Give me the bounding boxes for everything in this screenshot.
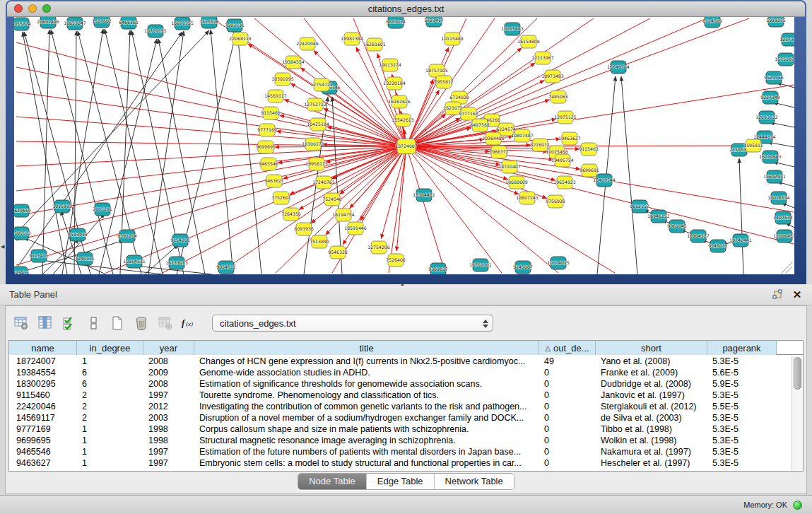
table-row[interactable]: 946554611997Estimation of the future num… <box>9 446 792 457</box>
graph-edge <box>290 83 406 146</box>
node-label: 6224574 <box>496 127 516 132</box>
graph-edge <box>42 30 49 274</box>
cell-year: 2003 <box>143 412 194 424</box>
table-header-row: namein_degreeyeartitle△out_de...shortpag… <box>9 341 803 355</box>
node-label: 10115488 <box>441 36 464 41</box>
node-label: 7752601 <box>271 195 291 200</box>
table-source-dropdown[interactable]: citations_edges.txt <box>212 315 493 332</box>
column-header-in_degree[interactable]: in_degree <box>77 341 143 355</box>
node-label: 14569117 <box>264 93 287 98</box>
resize-grip-icon[interactable] <box>782 262 792 273</box>
column-header-short[interactable]: short <box>596 341 707 355</box>
graph-edge <box>211 30 233 274</box>
float-panel-icon[interactable] <box>771 288 784 301</box>
table-toolbar: f (x) citations_edges.txt <box>11 310 493 336</box>
column-header-label: pagerank <box>722 343 760 354</box>
select-rows-icon[interactable] <box>59 314 78 333</box>
table-row[interactable]: 911546021997Tourette syndrome. Phenomeno… <box>9 390 792 401</box>
cell-out_degree: 0 <box>539 378 596 390</box>
column-header-pagerank[interactable]: pagerank <box>707 341 777 355</box>
cell-in_degree: 2 <box>77 401 143 412</box>
network-canvas[interactable]: 2055724206914061065324715276026466160107… <box>14 17 794 274</box>
graph-edge <box>16 146 406 166</box>
node-label: 7513890 <box>310 239 329 244</box>
node-label: 16162616 <box>388 99 411 104</box>
clear-selection-icon[interactable] <box>83 314 102 333</box>
table-row[interactable]: 1872400712008Changes of HCN gene express… <box>9 356 792 367</box>
node-label: 8125411 <box>14 270 30 274</box>
cell-title: Structural magnetic resonance image aver… <box>194 435 539 446</box>
node-label: 6734028 <box>449 95 469 100</box>
table-row[interactable]: 1938455462009Genome-wide association stu… <box>9 367 792 378</box>
table-row[interactable]: 977716911998Corpus callosum shape and si… <box>9 424 792 435</box>
tab-edge-table[interactable]: Edge Table <box>367 474 435 489</box>
node-label: 6466160 <box>119 20 139 25</box>
splitter-handle-icon[interactable]: ▲ <box>400 281 405 286</box>
node-label: 10463627 <box>558 136 581 141</box>
memory-status-label: Memory: OK <box>743 501 787 509</box>
cell-in_degree: 1 <box>77 424 143 435</box>
cell-name: 9777169 <box>9 424 77 435</box>
node-label: 10719155 <box>144 28 167 33</box>
node-label: 20364486 <box>482 136 505 141</box>
node-label: 18300273 <box>302 141 324 146</box>
node-label: 1621072 <box>443 105 463 110</box>
table-panel-header: ▲ Table Panel ✕ <box>0 284 812 305</box>
cell-in_degree: 1 <box>77 457 143 469</box>
node-label: 9245012 <box>708 243 728 248</box>
node-label: 16154808 <box>517 39 540 44</box>
delete-column-icon[interactable] <box>131 314 151 333</box>
node-label: 5919275 <box>766 18 786 23</box>
node-label: 10425184 <box>307 122 329 127</box>
cell-out_degree: 0 <box>539 401 596 412</box>
cell-in_degree: 1 <box>77 435 143 446</box>
graph-edge <box>16 42 406 146</box>
close-panel-icon[interactable]: ✕ <box>791 288 804 301</box>
node-label: 18757105 <box>425 68 448 73</box>
tab-network-table[interactable]: Network Table <box>435 474 514 489</box>
table-settings-icon[interactable] <box>11 314 30 333</box>
table-scrollbar[interactable] <box>792 356 803 471</box>
cell-in_degree: 1 <box>77 446 143 457</box>
graph-edge <box>406 146 445 273</box>
node-label: 7524540 <box>322 197 342 201</box>
table-row[interactable]: 1456911722003Disruption of a novel membe… <box>9 412 792 424</box>
column-header-name[interactable]: name <box>9 341 77 355</box>
graph-edge <box>406 146 502 273</box>
column-header-title[interactable]: title <box>194 341 539 355</box>
cell-year: 2012 <box>143 401 194 412</box>
cell-name: 22420046 <box>9 401 77 412</box>
node-label: 9115463 <box>579 146 599 151</box>
cell-year: 2008 <box>143 378 194 390</box>
column-header-out_degree[interactable]: △out_de... <box>539 341 596 355</box>
cell-in_degree: 1 <box>77 356 143 367</box>
tab-node-table[interactable]: Node Table <box>298 474 367 489</box>
node-label: 8391204 <box>117 233 137 238</box>
table-row[interactable]: 969969511998Structural magnetic resonanc… <box>9 435 792 446</box>
function-builder-icon[interactable]: f (x) <box>180 314 199 333</box>
table-row[interactable]: 2242004622012Investigating the contribut… <box>9 401 792 412</box>
node-label: 17240763 <box>312 180 335 185</box>
table-tabs: Node TableEdge TableNetwork Table <box>6 473 806 490</box>
node-label: 10688609 <box>505 180 528 185</box>
node-label: 8124509 <box>702 18 722 23</box>
collapse-panel-icon[interactable]: ◀ <box>1 244 4 250</box>
table-row[interactable]: 1830029562008Estimation of significance … <box>9 378 792 390</box>
graph-edge <box>53 214 105 274</box>
new-column-icon[interactable] <box>107 314 126 333</box>
node-label: 9777169 <box>257 127 277 132</box>
node-label: 10124015 <box>547 260 570 265</box>
scrollbar-thumb[interactable] <box>794 357 801 390</box>
table-row[interactable]: 946362711997Embryonic stem cells: a mode… <box>9 457 792 469</box>
cell-name: 9115460 <box>9 390 77 401</box>
node-label: 7583731 <box>225 23 245 28</box>
dropdown-stepper-icon <box>482 318 488 329</box>
window-titlebar[interactable]: citations_edges.txt <box>7 1 805 17</box>
citation-network-graph[interactable]: 2055724206914061065324715276026466160107… <box>14 17 794 274</box>
column-selector-icon[interactable] <box>35 314 54 333</box>
cell-short: Yano et al. (2008) <box>596 356 707 367</box>
node-label: 9245087 <box>513 264 533 269</box>
column-header-year[interactable]: year <box>143 341 194 355</box>
cell-short: Wolkin et al. (1998) <box>596 435 707 446</box>
graph-edge <box>16 92 406 146</box>
